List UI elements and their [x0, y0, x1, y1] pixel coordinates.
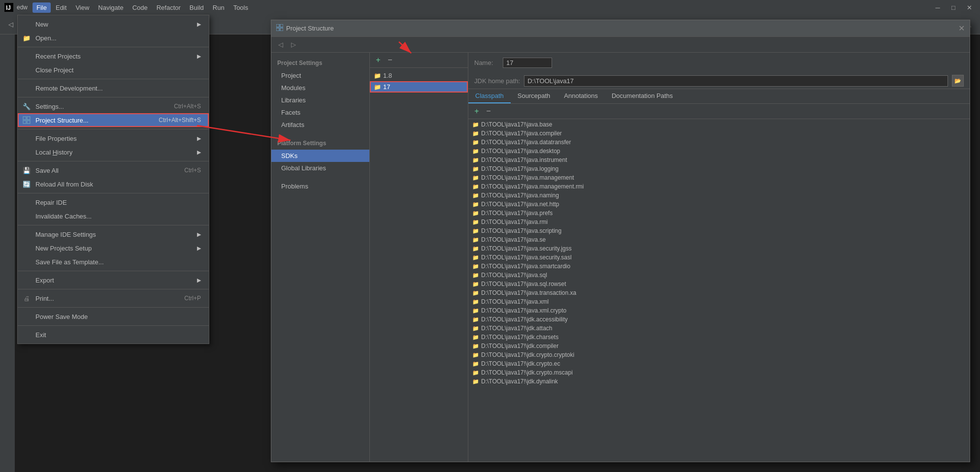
menu-sep11: [18, 325, 209, 326]
menu-item-export[interactable]: Export ▶: [18, 273, 209, 287]
classpath-list-item[interactable]: 📁D:\TOOL\java17!\java.se: [468, 235, 970, 244]
sdk-add-btn[interactable]: +: [373, 55, 384, 65]
classpath-list-item[interactable]: 📁D:\TOOL\java17!\jdk.crypto.mscapi: [468, 368, 970, 377]
jdk-path-input[interactable]: [524, 75, 948, 87]
classpath-list-item[interactable]: 📁D:\TOOL\java17!\java.sql: [468, 271, 970, 280]
svg-rect-7: [280, 24, 283, 27]
menu-item-recent[interactable]: Recent Projects ▶: [18, 49, 209, 63]
menu-edit[interactable]: Edit: [52, 2, 70, 13]
classpath-list-item[interactable]: 📁D:\TOOL\java17!\java.logging: [468, 164, 970, 173]
classpath-list-item[interactable]: 📁D:\TOOL\java17!\jdk.dynalink: [468, 377, 970, 386]
menu-item-remote[interactable]: Remote Development...: [18, 81, 209, 95]
menu-item-settings[interactable]: 🔧 Settings... Ctrl+Alt+S: [18, 99, 209, 113]
classpath-remove-btn[interactable]: −: [483, 106, 494, 117]
classpath-list-item[interactable]: 📁D:\TOOL\java17!\java.sql.rowset: [468, 280, 970, 288]
menu-item-local-history[interactable]: Local History ▶: [18, 145, 209, 159]
classpath-list-item[interactable]: 📁D:\TOOL\java17!\java.xml.crypto: [468, 306, 970, 315]
menu-sep8: [18, 271, 209, 271]
classpath-list-item[interactable]: 📁D:\TOOL\java17!\java.desktop: [468, 147, 970, 156]
classpath-list-item[interactable]: 📁D:\TOOL\java17!\jdk.charsets: [468, 333, 970, 342]
classpath-list-item[interactable]: 📁D:\TOOL\java17!\java.management.rmi: [468, 182, 970, 191]
menu-sep3: [18, 97, 209, 97]
classpath-item-path: D:\TOOL\java17!\java.logging: [481, 165, 558, 172]
classpath-list-item[interactable]: 📁D:\TOOL\java17!\jdk.accessibility: [468, 315, 970, 324]
nav-item-artifacts[interactable]: Artifacts: [271, 119, 369, 131]
menu-item-open[interactable]: 📁 Open...: [18, 31, 209, 45]
tab-annotations[interactable]: Annotations: [557, 89, 605, 103]
menu-item-project-structure[interactable]: Project Structure... Ctrl+Alt+Shift+S: [18, 113, 209, 127]
menu-code[interactable]: Code: [129, 2, 152, 13]
classpath-list-item[interactable]: 📁D:\TOOL\java17!\java.datatransfer: [468, 138, 970, 147]
nav-item-problems[interactable]: Problems: [271, 180, 369, 192]
menu-navigate[interactable]: Navigate: [94, 2, 127, 13]
dialog-back-btn[interactable]: ◁: [275, 39, 286, 50]
menu-item-save-template[interactable]: Save File as Template...: [18, 255, 209, 269]
menu-refactor[interactable]: Refactor: [153, 2, 185, 13]
menu-run[interactable]: Run: [209, 2, 229, 13]
classpath-list-item[interactable]: 📁D:\TOOL\java17!\jdk.crypto.ec: [468, 359, 970, 368]
menu-item-file-properties[interactable]: File Properties ▶: [18, 131, 209, 145]
classpath-item-path: D:\TOOL\java17!\java.security.jgss: [481, 245, 572, 252]
dialog-forward-btn[interactable]: ▷: [288, 39, 299, 50]
classpath-list-item[interactable]: 📁D:\TOOL\java17!\java.net.http: [468, 200, 970, 209]
back-btn[interactable]: ◁: [4, 18, 18, 31]
menu-item-print[interactable]: 🖨 Print... Ctrl+P: [18, 291, 209, 305]
classpath-list-item[interactable]: 📁D:\TOOL\java17!\java.compiler: [468, 129, 970, 138]
menu-item-exit[interactable]: Exit: [18, 328, 209, 342]
classpath-list-item[interactable]: 📁D:\TOOL\java17!\java.naming: [468, 191, 970, 200]
menu-item-manage-ide[interactable]: Manage IDE Settings ▶: [18, 227, 209, 241]
menu-sep10: [18, 307, 209, 308]
sdk-item-17[interactable]: 📁 17: [370, 81, 468, 93]
sdk-item-18[interactable]: 📁 1.8: [370, 70, 468, 81]
classpath-list-item[interactable]: 📁D:\TOOL\java17!\java.smartcardio: [468, 262, 970, 271]
minimize-btn[interactable]: ─: [931, 0, 945, 14]
classpath-list-item[interactable]: 📁D:\TOOL\java17!\java.security.sasl: [468, 253, 970, 262]
menu-item-power-save[interactable]: Power Save Mode: [18, 310, 209, 323]
nav-item-modules[interactable]: Modules: [271, 82, 369, 94]
nav-item-global-libraries[interactable]: Global Libraries: [271, 162, 369, 174]
classpath-list-item[interactable]: 📁D:\TOOL\java17!\java.prefs: [468, 209, 970, 218]
maximize-btn[interactable]: □: [947, 0, 960, 14]
tab-documentation-paths[interactable]: Documentation Paths: [605, 89, 680, 103]
classpath-list-item[interactable]: 📁D:\TOOL\java17!\java.instrument: [468, 156, 970, 164]
sdk-remove-btn[interactable]: −: [385, 55, 395, 65]
tab-classpath[interactable]: Classpath: [468, 89, 511, 103]
menu-item-repair[interactable]: Repair IDE: [18, 195, 209, 209]
menu-item-close[interactable]: Close Project: [18, 63, 209, 77]
menu-tools[interactable]: Tools: [229, 2, 252, 13]
menu-item-new[interactable]: New ▶: [18, 17, 209, 31]
classpath-list-item[interactable]: 📁D:\TOOL\java17!\java.base: [468, 120, 970, 129]
classpath-item-path: D:\TOOL\java17!\jdk.crypto.ec: [481, 360, 560, 367]
nav-item-facets[interactable]: Facets: [271, 106, 369, 119]
menu-item-new-projects-setup[interactable]: New Projects Setup ▶: [18, 241, 209, 255]
classpath-list-item[interactable]: 📁D:\TOOL\java17!\java.xml: [468, 297, 970, 306]
classpath-folder-icon: 📁: [472, 219, 479, 225]
close-btn[interactable]: ✕: [962, 0, 976, 14]
classpath-list-item[interactable]: 📁D:\TOOL\java17!\java.scripting: [468, 226, 970, 235]
classpath-item-path: D:\TOOL\java17!\java.sql.rowset: [481, 281, 566, 287]
classpath-list-item[interactable]: 📁D:\TOOL\java17!\java.transaction.xa: [468, 288, 970, 297]
menu-file[interactable]: File: [33, 2, 51, 13]
menu-view[interactable]: View: [71, 2, 93, 13]
menu-item-reload[interactable]: 🔄 Reload All from Disk: [18, 177, 209, 191]
nav-item-libraries[interactable]: Libraries: [271, 94, 369, 106]
classpath-list-item[interactable]: 📁D:\TOOL\java17!\jdk.compiler: [468, 342, 970, 350]
classpath-list-item[interactable]: 📁D:\TOOL\java17!\jdk.attach: [468, 324, 970, 333]
classpath-list-item[interactable]: 📁D:\TOOL\java17!\java.security.jgss: [468, 244, 970, 253]
jdk-path-browse-btn[interactable]: 📂: [952, 75, 964, 87]
nav-item-project[interactable]: Project: [271, 69, 369, 82]
menu-sep4: [18, 129, 209, 129]
classpath-list-item[interactable]: 📁D:\TOOL\java17!\java.rmi: [468, 218, 970, 226]
classpath-list-item[interactable]: 📁D:\TOOL\java17!\jdk.crypto.cryptoki: [468, 350, 970, 359]
dialog-close-btn[interactable]: ✕: [958, 24, 965, 33]
classpath-list-item[interactable]: 📁D:\TOOL\java17!\java.management: [468, 173, 970, 182]
nav-item-sdks[interactable]: SDKs: [271, 150, 369, 162]
tab-sourcepath[interactable]: Sourcepath: [511, 89, 557, 103]
classpath-add-btn[interactable]: +: [471, 106, 482, 117]
menu-item-save-all[interactable]: 💾 Save All Ctrl+S: [18, 163, 209, 177]
sdk-folder-icon-17: 📁: [374, 84, 381, 91]
sdk-list: 📁 1.8 📁 17: [370, 68, 468, 462]
menu-build[interactable]: Build: [186, 2, 208, 13]
classpath-folder-icon: 📁: [472, 308, 479, 314]
menu-item-invalidate[interactable]: Invalidate Caches...: [18, 209, 209, 223]
